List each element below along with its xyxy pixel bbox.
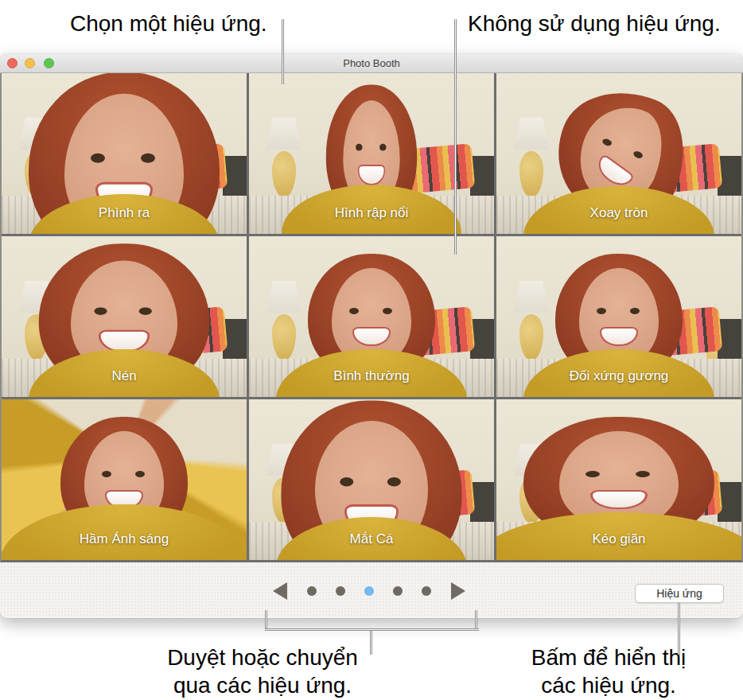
callout-line-choose [282, 19, 284, 84]
bottom-toolbar: Hiệu ứng [0, 562, 743, 617]
previous-page-icon[interactable] [273, 582, 287, 600]
sweater [2, 504, 247, 560]
person [282, 422, 461, 560]
person [35, 99, 213, 234]
effect-cell-dent[interactable]: Hình rập nổi [249, 73, 494, 234]
photo-booth-window: Photo Booth Phình ra [0, 54, 743, 618]
callout-browse-effects: Duyệt hoặc chuyển qua các hiệu ứng. [127, 644, 398, 699]
effects-button[interactable]: Hiệu ứng [635, 584, 724, 603]
page-dot-5[interactable] [422, 586, 431, 596]
sweater [282, 185, 461, 234]
effect-cell-normal[interactable]: Bình thường [249, 236, 494, 397]
effect-cell-stretch[interactable]: Kéo giãn [496, 399, 741, 560]
effects-button-line [678, 602, 680, 655]
person [282, 254, 461, 397]
page-dot-2[interactable] [336, 586, 345, 596]
page-dot-4[interactable] [393, 586, 403, 596]
effects-grid: Phình ra Hình rập nổi [0, 73, 743, 562]
callout-line-no-effect [454, 19, 457, 255]
sweater [276, 349, 467, 397]
person [530, 254, 708, 397]
person [530, 91, 708, 234]
callout-show-effects: Bấm để hiển thị các hiệu ứng. [477, 644, 740, 699]
person [35, 254, 213, 397]
page-dot-1[interactable] [307, 586, 317, 596]
effect-cell-bulge[interactable]: Phình ra [2, 73, 247, 234]
screenshot-canvas: Chọn một hiệu ứng. Không sử dụng hiệu ứn… [0, 0, 743, 700]
effect-cell-twirl[interactable]: Xoay tròn [496, 73, 741, 234]
close-button[interactable] [7, 58, 18, 68]
effect-cell-fish-eye[interactable]: Mắt Cá [249, 399, 494, 560]
next-page-icon[interactable] [451, 582, 465, 600]
minimize-button[interactable] [25, 58, 35, 68]
effects-pager [273, 581, 465, 601]
person [496, 417, 741, 560]
person [35, 417, 213, 560]
zoom-button[interactable] [44, 58, 54, 68]
sweater [523, 349, 714, 397]
effect-cell-squeeze[interactable]: Nén [2, 236, 247, 397]
callout-choose-effect: Chọn một hiệu ứng. [70, 10, 267, 37]
person [288, 95, 456, 234]
callout-no-effect: Không sử dụng hiệu ứng. [468, 10, 721, 37]
effect-cell-mirror[interactable]: Đối xứng gương [496, 236, 741, 397]
bracket-stem [370, 631, 372, 655]
effect-cell-light-tunnel[interactable]: Hầm Ánh sáng [2, 399, 247, 560]
window-title: Photo Booth [343, 57, 400, 69]
page-dot-3-active[interactable] [364, 586, 374, 596]
title-bar: Photo Booth [0, 54, 743, 73]
page-dots [307, 586, 431, 596]
